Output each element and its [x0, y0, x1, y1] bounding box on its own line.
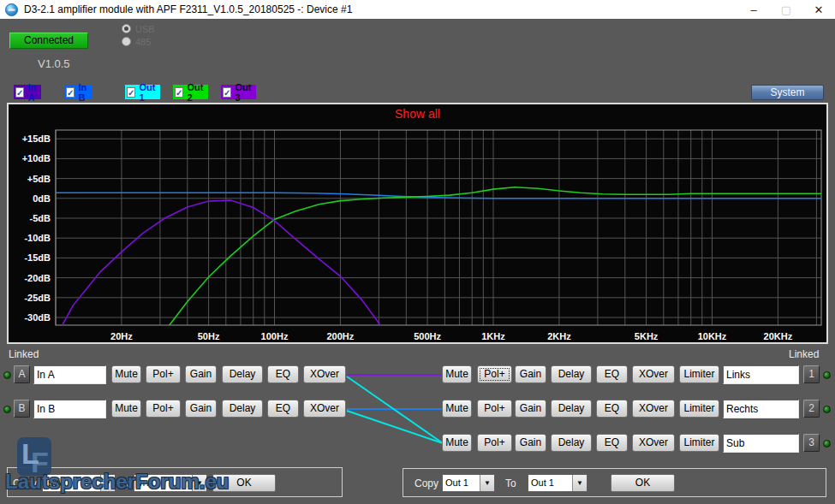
app-icon [5, 3, 18, 16]
limiter-button-2[interactable]: Limiter [679, 400, 719, 418]
mute-button-3[interactable]: Mute [442, 434, 472, 452]
x-axis-tick: 20Hz [110, 331, 133, 341]
channel-toggle-label: In B [78, 82, 87, 103]
frequency-response-plot[interactable]: +15dB+10dB+5dB0dB-5dB-10dB-15dB-20dB-25d… [9, 104, 826, 342]
curve-outputs-out-1-out-2-links-rechts-highpass- [164, 187, 822, 334]
output-select-button-3[interactable]: 3 [803, 434, 820, 452]
checkbox-icon[interactable]: ✓ [66, 87, 75, 98]
x-axis-tick: 20KHz [764, 331, 793, 341]
radio-option-usb[interactable]: USB [122, 22, 155, 35]
copy-input-from-select[interactable]: In A ▼ [42, 474, 116, 492]
checkbox-icon[interactable]: ✓ [127, 87, 135, 98]
radio-option-485[interactable]: 485 [122, 35, 155, 48]
mute-button-1[interactable]: Mute [442, 365, 472, 383]
xover-button-2[interactable]: XOver [632, 400, 675, 418]
response-chart-panel: Show all +15dB+10dB+5dB0dB-5dB-10dB-15dB… [7, 103, 828, 344]
limiter-button-3[interactable]: Limiter [679, 434, 719, 452]
output-row-3: MutePol+GainDelayEQXOverLimiter3 [0, 434, 835, 454]
y-axis-tick: -30dB [24, 312, 51, 323]
pol-plus-button-2[interactable]: Pol+ [477, 400, 512, 418]
window-title: D3-2.1 amplifier module with APF F2311_V… [24, 3, 352, 15]
version-label: V1.0.5 [38, 57, 70, 70]
x-axis-tick: 100Hz [261, 331, 289, 341]
checkbox-icon[interactable]: ✓ [223, 87, 231, 98]
y-axis-tick: -10dB [24, 233, 51, 243]
y-axis-tick: -5dB [30, 213, 51, 223]
xover-button-3[interactable]: XOver [632, 434, 675, 452]
copy-output-ok-button[interactable]: OK [611, 474, 675, 492]
copy-output-label: Copy [415, 477, 438, 489]
maximize-button: ▢ [770, 0, 802, 19]
copy-input-to-label: To [121, 477, 132, 489]
channel-toggle-label: In A [27, 82, 37, 103]
chevron-down-icon[interactable]: ▼ [100, 475, 115, 491]
connected-status-button[interactable]: Connected [9, 33, 88, 49]
y-axis-tick: -25dB [24, 293, 51, 303]
output-name-input-1[interactable] [723, 365, 799, 384]
delay-button-3[interactable]: Delay [551, 434, 592, 452]
pol-plus-button-1[interactable]: Pol+ [477, 365, 512, 383]
channel-toggle-in-b[interactable]: ✓In B [64, 85, 92, 99]
delay-button-1[interactable]: Delay [551, 365, 592, 383]
titlebar: D3-2.1 amplifier module with APF F2311_V… [0, 0, 835, 19]
connection-type-radios: USB485 [122, 22, 155, 48]
led-indicator [823, 371, 831, 379]
y-axis-tick: +10dB [22, 153, 51, 163]
close-button[interactable]: ✕ [802, 0, 835, 19]
checkbox-icon[interactable]: ✓ [175, 87, 183, 98]
y-axis-tick: -20dB [24, 273, 51, 283]
led-indicator [823, 406, 831, 413]
y-axis-tick: +15dB [22, 133, 51, 144]
copy-output-to-select[interactable]: Out 1 ▼ [528, 474, 587, 492]
pol-plus-button-3[interactable]: Pol+ [477, 434, 512, 452]
linked-label-left: Linked [9, 348, 39, 360]
linked-label-right: Linked [789, 348, 819, 360]
app-window: D3-2.1 amplifier module with APF F2311_V… [0, 0, 835, 504]
limiter-button-1[interactable]: Limiter [679, 365, 719, 383]
eq-button-1[interactable]: EQ [596, 365, 628, 383]
radio-icon[interactable] [122, 24, 131, 33]
gain-button-3[interactable]: Gain [515, 434, 546, 452]
output-select-button-1[interactable]: 1 [803, 365, 820, 383]
channel-toggle-label: Out 3 [235, 82, 253, 103]
channel-toggle-label: Out 2 [187, 82, 205, 103]
eq-button-3[interactable]: EQ [596, 434, 628, 452]
channel-toggle-out-2[interactable]: ✓Out 2 [173, 85, 208, 99]
output-row-1: MutePol+GainDelayEQXOverLimiter1 [0, 365, 835, 385]
x-axis-tick: 5KHz [635, 331, 659, 341]
channel-toggle-out-1[interactable]: ✓Out 1 [125, 85, 160, 99]
mute-button-2[interactable]: Mute [442, 400, 472, 418]
copy-input-ok-button[interactable]: OK [212, 474, 276, 492]
channel-toggle-out-3[interactable]: ✓Out 3 [221, 85, 256, 99]
x-axis-tick: 50Hz [198, 331, 220, 341]
channel-toggle-label: Out 1 [139, 82, 157, 103]
copy-input-to-select[interactable]: In A ▼ [134, 474, 207, 492]
x-axis-tick: 500Hz [414, 331, 441, 341]
copy-output-from-select[interactable]: Out 1 ▼ [442, 474, 495, 492]
minimize-button[interactable]: – [737, 0, 770, 19]
y-axis-tick: 0dB [33, 193, 51, 204]
radio-label: 485 [135, 37, 151, 47]
eq-button-2[interactable]: EQ [596, 400, 628, 418]
output-select-button-2[interactable]: 2 [803, 400, 820, 418]
gain-button-2[interactable]: Gain [515, 400, 546, 418]
xover-button-1[interactable]: XOver [632, 365, 675, 383]
channel-toggle-in-a[interactable]: ✓In A [14, 85, 41, 99]
x-axis-tick: 10KHz [698, 331, 727, 341]
chevron-down-icon[interactable]: ▼ [192, 475, 206, 491]
output-name-input-2[interactable] [723, 400, 799, 418]
system-button[interactable]: System [751, 85, 824, 100]
output-name-input-3[interactable] [723, 434, 799, 453]
radio-label: USB [135, 24, 155, 34]
radio-icon[interactable] [122, 37, 131, 46]
x-axis-tick: 200Hz [327, 331, 355, 341]
checkbox-icon[interactable]: ✓ [15, 87, 24, 98]
delay-button-2[interactable]: Delay [551, 400, 592, 418]
curve-out-3-sub-bandpass- [56, 200, 384, 337]
gain-button-1[interactable]: Gain [515, 365, 546, 383]
y-axis-tick: -15dB [24, 252, 51, 263]
copy-output-to-label: To [505, 477, 516, 489]
chevron-down-icon[interactable]: ▼ [572, 475, 587, 491]
chevron-down-icon[interactable]: ▼ [480, 475, 494, 491]
copy-input-groupbox: Copy In A ▼ To In A ▼ OK [7, 467, 343, 497]
